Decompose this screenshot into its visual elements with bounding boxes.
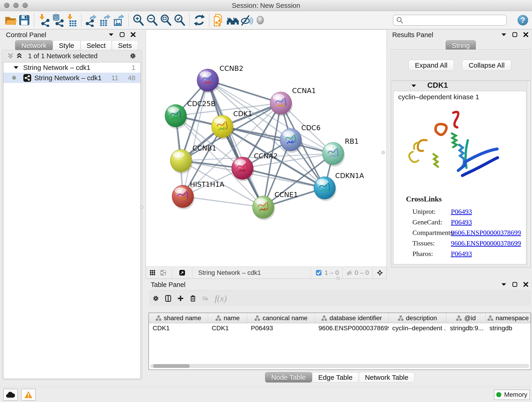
function-builder-button-disabled[interactable]: f(x)	[215, 293, 227, 303]
hide-graphics-details-button[interactable]	[240, 13, 253, 27]
open-session-button[interactable]	[4, 13, 17, 27]
network-collection-row[interactable]: String Network – cdk1 1	[3, 62, 140, 73]
view-grid-button[interactable]	[150, 270, 156, 276]
crosslink-compartments-link[interactable]: 9606.ENSP00000378699	[451, 229, 521, 236]
export-image-button[interactable]	[112, 13, 126, 27]
open-folder-icon	[4, 14, 17, 27]
tab-network[interactable]: Network	[15, 40, 53, 51]
string-view-badge[interactable]	[160, 270, 166, 276]
results-panel-float-button[interactable]	[512, 32, 518, 38]
cell-name[interactable]: CDK1	[208, 323, 247, 333]
network-list: String Network – cdk1 1 String Network –…	[3, 62, 141, 379]
network-canvas[interactable]: CCNB2CCNA1CDC25BCDK1CDC6RB1CCNB1CCNA2CDK…	[146, 30, 386, 267]
zoom-fit-button[interactable]	[159, 13, 173, 27]
svg-text:?: ?	[520, 16, 525, 24]
save-session-button[interactable]	[17, 13, 31, 27]
table-row[interactable]: CDK1 CDK1 P06493 9606.ENSP00000378699 cy…	[149, 323, 531, 333]
table-options-gear[interactable]	[153, 295, 159, 301]
tab-network-table[interactable]: Network Table	[359, 372, 415, 383]
expand-all-button[interactable]: Expand All	[409, 60, 454, 71]
column-header[interactable]: name	[208, 313, 247, 323]
window-title: Session: New Session	[0, 0, 532, 11]
table-panel-float-button[interactable]	[512, 281, 518, 287]
cloud-status-button[interactable]	[3, 389, 18, 401]
memory-button[interactable]: Memory	[494, 389, 530, 400]
hidden-eye-slash-icon[interactable]	[346, 270, 352, 276]
sitemap-icon	[254, 315, 260, 321]
string-import-button[interactable]	[212, 13, 226, 27]
cell-canonical-name[interactable]: P06493	[247, 323, 315, 333]
cell-description[interactable]: cyclin–dependent ...	[389, 323, 446, 333]
table-horizontal-scrollbar[interactable]	[150, 364, 529, 368]
zoom-out-button[interactable]	[145, 13, 159, 27]
export-network-button[interactable]	[84, 13, 98, 27]
collapse-all-button[interactable]: Collapse All	[462, 60, 511, 71]
control-panel-menu-caret[interactable]	[108, 32, 114, 38]
results-scrollbar[interactable]	[527, 81, 530, 267]
control-panel-float-button[interactable]	[119, 32, 125, 38]
network-options-gear[interactable]	[130, 53, 136, 59]
toolbar-separator	[209, 13, 209, 27]
sitemap-icon	[487, 315, 493, 321]
table-panel-menu-caret[interactable]	[501, 281, 507, 287]
scrollbar-thumb[interactable]	[153, 364, 190, 368]
column-header[interactable]: shared name	[149, 313, 208, 323]
column-header[interactable]: canonical name	[247, 313, 315, 323]
results-panel-menu-caret[interactable]	[501, 32, 507, 38]
crosslink-genecard-link[interactable]: P06493	[451, 218, 472, 226]
network-panel-box: 1 of 1 Network selected String Network –…	[2, 50, 142, 380]
cell-database-identifier[interactable]: 9606.ENSP00000378699	[315, 323, 389, 333]
apply-preferred-layout-button[interactable]	[192, 13, 206, 27]
collection-caret[interactable]	[13, 66, 19, 70]
crosslink-tissues-link[interactable]: 9606.ENSP00000378699	[451, 239, 521, 247]
zoom-in-button[interactable]	[132, 13, 145, 27]
search-field	[393, 15, 507, 26]
zoom-selected-button[interactable]	[173, 13, 186, 27]
column-header[interactable]: database identifier	[315, 313, 389, 323]
tab-sets[interactable]: Sets	[112, 40, 138, 51]
cell-shared-name[interactable]: CDK1	[149, 323, 208, 333]
results-panel-close-button[interactable]	[523, 32, 529, 38]
search-input[interactable]	[404, 17, 500, 24]
edge-HIST1H1A-CCNE1[interactable]	[183, 196, 263, 207]
import-network-from-file-button[interactable]	[37, 13, 51, 27]
column-header[interactable]: namespace	[486, 313, 531, 323]
gene-entry-caret[interactable]	[411, 83, 417, 89]
birds-eye-crosshair-button[interactable]	[377, 270, 383, 276]
show-columns-button[interactable]	[165, 295, 171, 301]
horizontal-splitter-handle[interactable]	[336, 277, 340, 280]
cell-id[interactable]: stringdb:9...	[446, 323, 486, 333]
import-network-from-database-button[interactable]	[51, 13, 65, 27]
tab-node-table[interactable]: Node Table	[265, 372, 312, 383]
delete-column-button[interactable]	[190, 295, 196, 301]
warnings-button[interactable]	[21, 389, 36, 401]
cell-namespace[interactable]: stringdb	[486, 323, 531, 333]
help-button[interactable]: ?	[517, 14, 529, 26]
tab-edge-table[interactable]: Edge Table	[312, 372, 359, 383]
tab-style[interactable]: Style	[53, 40, 80, 51]
detach-view-button[interactable]	[179, 270, 185, 276]
zoom-selected-icon	[173, 13, 186, 27]
network-row[interactable]: String Network – cdk1 11 48	[3, 73, 140, 83]
column-header[interactable]: @id	[446, 313, 486, 323]
sitemap-icon	[156, 315, 162, 321]
delete-table-button-disabled[interactable]	[202, 295, 208, 301]
add-column-button[interactable]	[177, 295, 184, 301]
crosslink-pharos-link[interactable]: P06493	[451, 250, 472, 258]
column-header[interactable]: description	[389, 313, 446, 323]
right-splitter-handle[interactable]	[381, 151, 385, 154]
zoom-out-icon	[146, 13, 159, 27]
tab-string-results[interactable]: String	[446, 40, 476, 51]
show-graphics-details-button[interactable]	[253, 13, 267, 27]
export-table-button[interactable]	[98, 13, 112, 27]
control-panel-close-button[interactable]	[130, 32, 136, 38]
network-overview-button[interactable]	[226, 13, 240, 27]
tab-select[interactable]: Select	[80, 40, 112, 51]
left-splitter-handle[interactable]	[140, 205, 143, 209]
selected-checkbox[interactable]	[316, 270, 322, 276]
gene-entry-box: CDK1 cyclin–dependent kinase 1 CrossLink…	[391, 81, 531, 268]
import-table-from-file-button[interactable]	[65, 13, 78, 27]
crosslink-uniprot-link[interactable]: P06493	[451, 208, 472, 216]
export-table-icon	[98, 13, 112, 27]
table-panel-close-button[interactable]	[523, 281, 529, 287]
